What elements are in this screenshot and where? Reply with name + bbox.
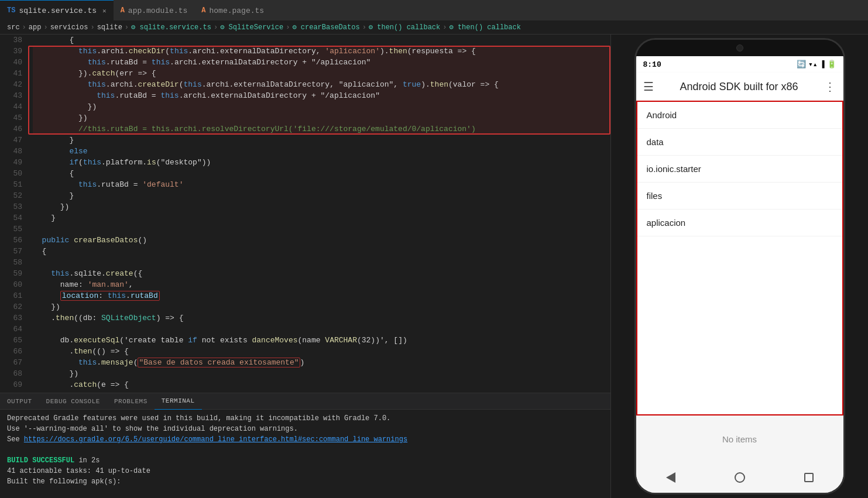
tab-close-sqlite[interactable]: ✕ <box>102 7 107 15</box>
status-icons: 🔄 ▾▴ ▐ 🔋 <box>797 60 836 69</box>
code-line-64 <box>33 324 610 335</box>
list-item-android[interactable]: Android <box>637 102 842 129</box>
home-icon <box>735 472 745 483</box>
bottom-panel: OUTPUT DEBUG CONSOLE PROBLEMS TERMINAL D… <box>0 393 610 498</box>
code-content: 3839404142434445464748495051525354555657… <box>0 35 610 393</box>
more-icon[interactable]: ⋮ <box>824 80 836 94</box>
code-line-55 <box>33 224 610 235</box>
code-line-49: if(this.platform.is("desktop")) <box>33 157 610 168</box>
main-area: 3839404142434445464748495051525354555657… <box>0 35 868 498</box>
code-line-70: this.mensaje(e) <box>33 390 610 393</box>
phone-screen: 8:10 🔄 ▾▴ ▐ 🔋 ☰ Android SDK built for x8… <box>636 56 843 493</box>
nav-recents-button[interactable] <box>798 467 819 488</box>
tab-sqlite-label: sqlite.service.ts <box>19 6 97 15</box>
panel-tab-terminal[interactable]: TERMINAL <box>155 393 202 410</box>
code-line-40: this.rutaBd = this.archi.externalDataDir… <box>33 57 610 68</box>
code-line-68: }) <box>33 368 610 379</box>
code-line-60: name: 'man.man', <box>33 279 610 290</box>
code-line-53: }) <box>33 201 610 212</box>
code-line-54: } <box>33 212 610 224</box>
line-numbers: 3839404142434445464748495051525354555657… <box>0 35 28 393</box>
list-item-ionic[interactable]: io.ionic.starter <box>637 156 842 183</box>
recents-icon <box>804 473 814 482</box>
tab-sqlite[interactable]: TS sqlite.service.ts ✕ <box>0 0 114 20</box>
signal-icon: ▐ <box>820 60 825 69</box>
code-editor[interactable]: 3839404142434445464748495051525354555657… <box>0 35 610 498</box>
status-time: 8:10 <box>643 60 661 69</box>
angular-icon-home: A <box>201 6 205 15</box>
code-line-42: this.archi.createDir(this.archi.external… <box>33 79 610 90</box>
no-items-text: No items <box>722 434 757 444</box>
panel-content: Deprecated Gradle features were used in … <box>0 410 610 498</box>
code-line-48: else <box>33 146 610 157</box>
code-line-57: { <box>33 246 610 257</box>
code-line-56: public crearBaseDatos() <box>33 235 610 246</box>
phone-status-bar: 8:10 🔄 ▾▴ ▐ 🔋 <box>636 56 843 73</box>
panel-tab-problems[interactable]: PROBLEMS <box>107 393 155 410</box>
terminal-line-blank <box>7 445 603 455</box>
code-line-44: }) <box>33 101 610 112</box>
terminal-line-3: See https://docs.gradle.org/6.5/userguid… <box>7 434 603 445</box>
no-items-area: No items <box>636 415 843 462</box>
tab-app-label: app.module.ts <box>128 6 187 15</box>
panel-tab-output[interactable]: OUTPUT <box>0 393 39 410</box>
code-line-61: location: this.rutaBd <box>33 290 610 301</box>
ts-icon: TS <box>7 6 15 15</box>
terminal-line-build: BUILD SUCCESSFUL in 2s <box>7 455 603 466</box>
toolbar-title: Android SDK built for x86 <box>680 81 798 93</box>
phone-list-area: Android data io.ionic.starter files apli… <box>636 101 843 415</box>
tab-bar: TS sqlite.service.ts ✕ A app.module.ts A… <box>0 0 868 20</box>
hamburger-icon[interactable]: ☰ <box>643 80 654 94</box>
list-item-files[interactable]: files <box>637 183 842 209</box>
tab-home-label: home.page.ts <box>209 6 264 15</box>
code-line-69: .catch(e => { <box>33 379 610 390</box>
phone-camera <box>736 44 743 51</box>
code-line-65: db.executeSql('create table if not exist… <box>33 335 610 346</box>
panel-tab-debug[interactable]: DEBUG CONSOLE <box>39 393 107 410</box>
phone-nav-bar <box>636 462 843 493</box>
code-line-67: this.mensaje("Base de datos creada exito… <box>33 357 610 368</box>
terminal-line-1: Deprecated Gradle features were used in … <box>7 413 603 424</box>
code-line-63: .then((db: SQLiteObject) => { <box>33 312 610 324</box>
code-line-39: this.archi.checkDir(this.archi.externalD… <box>33 46 610 57</box>
list-item-data[interactable]: data <box>637 129 842 156</box>
panel-tabs: OUTPUT DEBUG CONSOLE PROBLEMS TERMINAL <box>0 393 610 410</box>
code-line-58 <box>33 257 610 268</box>
phone-toolbar: ☰ Android SDK built for x86 ⋮ <box>636 73 843 101</box>
phone-notch <box>636 40 843 56</box>
code-line-59: this.sqlite.create({ <box>33 268 610 279</box>
terminal-line-tasks: 41 actionable tasks: 41 up-to-date <box>7 466 603 476</box>
code-line-52: } <box>33 190 610 201</box>
wifi-icon: ▾▴ <box>808 60 818 69</box>
nav-back-button[interactable] <box>660 467 681 488</box>
tab-app[interactable]: A app.module.ts <box>114 0 195 20</box>
code-line-38: { <box>33 35 610 46</box>
angular-icon-app: A <box>121 6 125 15</box>
code-line-45: }) <box>33 112 610 123</box>
back-icon <box>666 472 675 483</box>
code-line-66: .then(() => { <box>33 346 610 357</box>
list-item-aplicacion[interactable]: aplicacion <box>637 209 842 236</box>
nav-home-button[interactable] <box>729 467 750 488</box>
terminal-line-apk: Built the following apk(s): <box>7 476 603 487</box>
code-line-51: this.rutaBd = 'default' <box>33 179 610 190</box>
breadcrumb: src › app › servicios › sqlite › ⚙ sqlit… <box>0 20 868 35</box>
device-panel: 8:10 🔄 ▾▴ ▐ 🔋 ☰ Android SDK built for x8… <box>610 35 868 498</box>
terminal-line-2: Use '--warning-mode all' to show the ind… <box>7 424 603 434</box>
code-lines[interactable]: { this.archi.checkDir(this.archi.externa… <box>28 35 610 393</box>
code-line-50: { <box>33 168 610 179</box>
sync-icon: 🔄 <box>797 60 806 69</box>
code-line-41: }).catch(err => { <box>33 68 610 79</box>
code-line-62: }) <box>33 301 610 312</box>
code-line-43: this.rutaBd = this.archi.externalDataDir… <box>33 90 610 101</box>
code-line-46: //this.rutaBd = this.archi.resolveDirect… <box>33 123 610 135</box>
battery-icon: 🔋 <box>827 60 836 69</box>
code-line-47: } <box>33 135 610 146</box>
tab-home[interactable]: A home.page.ts <box>194 0 271 20</box>
phone-frame: 8:10 🔄 ▾▴ ▐ 🔋 ☰ Android SDK built for x8… <box>634 38 845 494</box>
